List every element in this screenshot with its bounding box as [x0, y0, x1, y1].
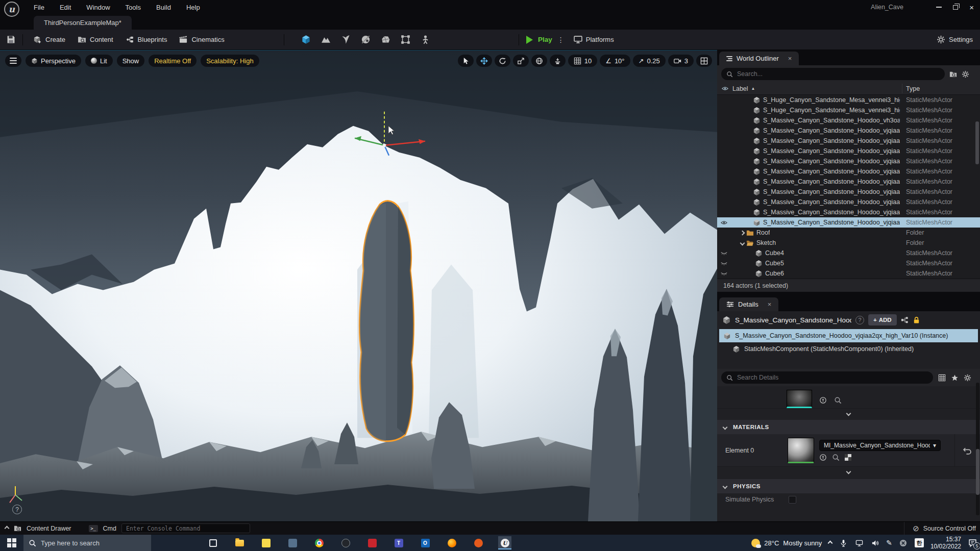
weather-widget[interactable]: 28°C Mostly sunny	[751, 539, 822, 547]
task-view-icon[interactable]	[206, 536, 219, 549]
level-viewport[interactable]: Perspective Lit Show Realtime Off Scalab…	[0, 50, 717, 521]
details-scrollbar[interactable]	[976, 383, 979, 515]
ime-indicator[interactable]: 한	[915, 538, 924, 547]
outliner-row[interactable]: Cube6StaticMeshActor	[717, 268, 980, 279]
materials-section-header[interactable]: MATERIALS	[717, 420, 980, 434]
chrome-icon[interactable]	[312, 536, 326, 549]
use-selected-icon[interactable]	[819, 454, 827, 461]
expander-closed-icon[interactable]	[740, 230, 745, 235]
outliner-search-input[interactable]	[737, 70, 940, 78]
translate-tool-icon[interactable]	[476, 55, 492, 67]
type-column-header[interactable]: Type	[906, 85, 920, 92]
reset-to-default-icon[interactable]	[963, 446, 972, 455]
source-control-button[interactable]: ⊘ Source Control Off	[904, 522, 976, 535]
outliner-row[interactable]: S_Massive_Canyon_Sandstone_Hoodoo_vjqiaa…	[717, 156, 980, 166]
outliner-row[interactable]: S_Massive_Canyon_Sandstone_Hoodoo_vjqiaa…	[717, 146, 980, 156]
outliner-row[interactable]: S_Massive_Canyon_Sandstone_Hoodoo_vjqiaa…	[717, 197, 980, 207]
start-button[interactable]	[0, 535, 23, 551]
simulate-physics-checkbox[interactable]	[789, 496, 796, 504]
eye-icon[interactable]	[717, 219, 730, 226]
lock-icon[interactable]	[913, 316, 920, 324]
foliage-mode-icon[interactable]	[340, 34, 351, 45]
play-icon[interactable]	[526, 36, 533, 44]
details-search[interactable]	[721, 371, 933, 384]
adobe-app-icon[interactable]	[365, 536, 379, 549]
eye-closed-icon[interactable]	[717, 270, 730, 277]
steam-icon[interactable]	[339, 536, 352, 549]
animation-mode-icon[interactable]	[420, 34, 431, 45]
browse-icon[interactable]	[834, 396, 842, 404]
maximize-viewport-icon[interactable]	[696, 55, 712, 67]
file-explorer-icon[interactable]	[233, 536, 246, 549]
landscape-mode-icon[interactable]	[320, 34, 331, 45]
select-mode-icon[interactable]	[300, 34, 311, 45]
outliner-search[interactable]	[721, 68, 945, 80]
menu-file[interactable]: File	[34, 4, 44, 11]
outliner-row[interactable]: S_Massive_Canyon_Sandstone_Hoodoo_vjqiaa…	[717, 207, 980, 217]
material-dropdown[interactable]: MI_Massive_Canyon_Sandstone_Hoodoc ▾	[819, 440, 941, 451]
world-space-icon[interactable]	[531, 55, 547, 67]
create-button[interactable]: Create	[29, 30, 69, 49]
favorites-icon[interactable]	[951, 374, 959, 382]
highlight-material-icon[interactable]	[845, 454, 851, 461]
help-icon[interactable]: ?	[12, 505, 22, 514]
level-tab[interactable]: ThirdPersonExampleMap*	[34, 16, 132, 30]
network-icon[interactable]	[854, 538, 864, 547]
select-tool-icon[interactable]	[458, 55, 474, 67]
section-expander[interactable]	[717, 467, 980, 476]
unreal-logo-icon[interactable]: u	[4, 2, 19, 17]
restore-button[interactable]	[953, 5, 958, 10]
outliner-row[interactable]: S_Huge_Canyon_Sandstone_Mesa_vennei3_hig…	[717, 105, 980, 115]
outliner-column-header[interactable]: Label▲ Type	[717, 83, 980, 95]
expander-open-icon[interactable]	[740, 240, 745, 245]
menu-window[interactable]: Window	[86, 4, 110, 11]
viewport-scene[interactable]	[0, 51, 717, 521]
menu-help[interactable]: Help	[186, 4, 200, 11]
instance-row[interactable]: S_Massive_Canyon_Sandstone_Hoodoo_vjqiaa…	[719, 329, 978, 342]
display-filter-icon[interactable]	[938, 374, 946, 382]
notification-center-icon[interactable]: 5	[968, 538, 977, 547]
brave-icon[interactable]	[472, 536, 485, 549]
outliner-scrollbar[interactable]	[975, 121, 979, 164]
settings-button[interactable]: Settings	[937, 30, 973, 49]
world-outliner-tab[interactable]: World Outliner ×	[719, 52, 799, 65]
blueprints-button[interactable]: Blueprints	[121, 30, 172, 49]
tray-x-icon[interactable]	[899, 538, 908, 547]
camera-speed-control[interactable]: 3	[668, 55, 694, 67]
taskbar-search-input[interactable]	[41, 539, 146, 547]
blueprint-convert-icon[interactable]	[901, 316, 909, 324]
menu-edit[interactable]: Edit	[60, 4, 71, 11]
modeling-mode-icon[interactable]	[400, 34, 411, 45]
scalability-badge[interactable]: Scalability: High	[201, 55, 259, 67]
outliner-row[interactable]: S_Massive_Canyon_Sandstone_Hoodoo_vjqiaa…	[717, 177, 980, 187]
browse-icon[interactable]	[832, 454, 840, 461]
taskbar-search[interactable]	[23, 535, 151, 551]
static-mesh-thumbnail[interactable]	[787, 390, 812, 408]
menu-tools[interactable]: Tools	[126, 4, 141, 11]
outliner-row[interactable]: S_Massive_Canyon_Sandstone_Hoodoo_vh3oaS…	[717, 115, 980, 126]
save-icon[interactable]	[5, 34, 16, 45]
outliner-row[interactable]: S_Huge_Canyon_Sandstone_Mesa_vennei3_hig…	[717, 95, 980, 105]
cmd-button[interactable]: Cmd	[103, 525, 116, 532]
outliner-row[interactable]: S_Massive_Canyon_Sandstone_Hoodoo_vjqiaa…	[717, 217, 980, 228]
eye-closed-icon[interactable]	[717, 250, 730, 257]
perspective-selector[interactable]: Perspective	[26, 55, 81, 67]
menu-build[interactable]: Build	[156, 4, 171, 11]
chevron-up-icon[interactable]	[5, 526, 10, 531]
rotate-tool-icon[interactable]	[495, 55, 510, 67]
outliner-row[interactable]: S_Massive_Canyon_Sandstone_Hoodoo_vjqiaa…	[717, 187, 980, 197]
component-row[interactable]: StaticMeshComponent (StaticMeshComponent…	[717, 342, 980, 356]
office-app-icon[interactable]	[286, 536, 299, 549]
scale-snap-control[interactable]: ↗ 0.25	[633, 55, 666, 67]
outlook-icon[interactable]: O	[419, 536, 432, 549]
grid-snap-control[interactable]: 10	[568, 55, 597, 67]
cinematics-button[interactable]: Cinematics	[175, 30, 228, 49]
outliner-row[interactable]: S_Massive_Canyon_Sandstone_Hoodoo_vjqiaa…	[717, 126, 980, 136]
outliner-row[interactable]: S_Massive_Canyon_Sandstone_Hoodoo_vjqiaa…	[717, 136, 980, 146]
surface-snap-icon[interactable]	[550, 55, 566, 67]
hidden-icons-chevron[interactable]	[828, 540, 833, 545]
realtime-toggle[interactable]: Realtime Off	[149, 55, 197, 67]
outliner-settings-icon[interactable]	[962, 70, 969, 78]
play-options-icon[interactable]: ⋮	[557, 36, 565, 44]
content-button[interactable]: Content	[74, 30, 117, 49]
